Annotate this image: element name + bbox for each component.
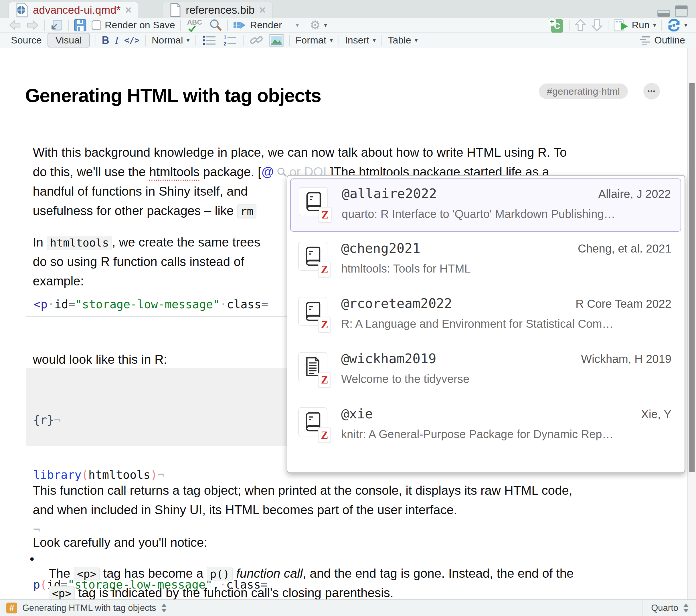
run-button[interactable]: Run ▾ (614, 19, 656, 31)
paragraph-style-select[interactable]: Normal ▾ (152, 35, 190, 46)
citation-completion-popup: Z @allaire2022 Allaire, J 2022 quarto: R… (287, 175, 685, 473)
vertical-scrollbar[interactable] (687, 48, 696, 599)
quarto-file-icon (16, 3, 28, 17)
open-in-new-window-icon[interactable] (50, 19, 63, 31)
close-icon[interactable]: × (259, 4, 266, 15)
save-icon[interactable] (74, 19, 86, 31)
page-title: Generating HTML with tag objects (25, 85, 321, 107)
render-button[interactable]: Render (233, 19, 282, 31)
image-icon[interactable] (269, 34, 284, 47)
divider (195, 35, 196, 46)
minimize-pane-icon[interactable] (657, 10, 670, 17)
close-icon[interactable]: × (125, 4, 131, 15)
citation-item-wickham2019[interactable]: Z @wickham2019 Wickham, H 2019 Welcome t… (290, 344, 681, 397)
render-dropdown-caret[interactable]: ▾ (296, 22, 299, 28)
settings-button[interactable]: ⚙ ▾ (310, 19, 327, 31)
more-options-button[interactable]: ••• (643, 83, 660, 99)
render-on-save-checkbox[interactable] (92, 20, 101, 30)
plus-icon: + (548, 17, 556, 26)
doc-type-menu[interactable]: Quarto (642, 600, 690, 616)
tab-advanced-ui-qmd[interactable]: advanced-ui.qmd* × (9, 2, 139, 18)
chunk-up-icon[interactable] (575, 19, 586, 32)
citation-title: quarto: R Interface to 'Quarto' Markdown… (342, 208, 672, 221)
section-hash-icon: # (6, 603, 17, 613)
citation-item-cheng2021[interactable]: Z @cheng2021 Cheng, et al. 2021 htmltool… (290, 234, 681, 287)
svg-text:1: 1 (223, 35, 226, 40)
outline-toggle[interactable]: Outline (639, 35, 685, 46)
citation-title: Welcome to the tidyverse (341, 373, 673, 386)
search-icon[interactable] (209, 19, 222, 32)
gear-icon: ⚙ (310, 19, 320, 31)
citation-key: @cheng2021 (341, 241, 421, 256)
bullet-list-icon[interactable] (202, 34, 217, 47)
citation-key: @xie (341, 406, 373, 422)
paragraph-line: usefulness for other packages – like rm (26, 189, 256, 218)
back-icon[interactable] (9, 20, 21, 31)
divider (338, 35, 339, 46)
divider (289, 35, 290, 46)
divider (44, 20, 45, 31)
citation-author: Xie, Y (641, 408, 671, 421)
divider (381, 35, 382, 46)
spellcheck-icon[interactable]: ABC (186, 18, 204, 32)
settings-dropdown-caret: ▾ (324, 22, 327, 28)
svg-text:2: 2 (223, 41, 226, 47)
rerun-button[interactable]: ▾ (667, 19, 687, 31)
citation-title: knitr: A General-Purpose Package for Dyn… (341, 428, 673, 441)
outline-icon (639, 35, 651, 46)
rstudio-source-pane: { "tabs": [ {"label": "advanced-ui.qmd*"… (0, 0, 696, 616)
scrollbar-thumb[interactable] (690, 83, 695, 472)
divider (569, 20, 570, 31)
insert-menu[interactable]: Insert ▾ (345, 35, 376, 46)
inline-code: <p> (49, 586, 75, 601)
citation-key: @allaire2022 (342, 186, 437, 201)
citation-item-xie[interactable]: Z @xie Xie, Y knitr: A General-Purpose P… (290, 399, 681, 452)
forward-icon[interactable] (26, 20, 39, 31)
visual-mode-button[interactable]: Visual (48, 33, 90, 47)
run-icon (614, 19, 629, 31)
insert-chunk-button[interactable]: C + (548, 17, 564, 33)
citation-item-rcoreteam2022[interactable]: Z @rcoreteam2022 R Core Team 2022 R: A L… (290, 289, 681, 342)
citation-item-allaire2022[interactable]: Z @allaire2022 Allaire, J 2022 quarto: R… (290, 178, 681, 232)
table-menu[interactable]: Table ▾ (388, 35, 417, 46)
list-item-line: <p> tag is indicated by the function cal… (42, 571, 394, 600)
status-bar: # Generating HTML with tag objects Quart… (0, 599, 696, 616)
tab-title: references.bib (186, 4, 255, 16)
format-toolbar: Source Visual B I </> Normal ▾ 1 2 Forma… (0, 33, 696, 48)
numbered-list-icon[interactable]: 1 2 (222, 34, 237, 47)
citation-key: @rcoreteam2022 (341, 296, 452, 311)
paragraph-line: example: (26, 260, 84, 288)
tab-references-bib[interactable]: references.bib × (162, 2, 273, 18)
divider (661, 20, 662, 31)
citation-search-icon (276, 167, 287, 178)
paragraph-line: and when included in Shiny UI, its HTML … (26, 488, 457, 517)
source-mode-button[interactable]: Source (11, 35, 42, 46)
citation-author: Allaire, J 2022 (598, 188, 671, 200)
zotero-badge: Z (318, 372, 331, 388)
link-icon[interactable] (249, 34, 264, 47)
chunk-down-icon[interactable] (591, 19, 603, 32)
code-button[interactable]: </> (124, 35, 140, 45)
bold-button[interactable]: B (102, 34, 109, 46)
section-jump-menu[interactable]: Generating HTML with tag objects (22, 603, 156, 613)
zotero-badge: Z (318, 317, 331, 332)
chevron-down-icon: ▾ (373, 37, 376, 44)
run-dropdown-caret: ▾ (653, 22, 656, 28)
divider (96, 35, 96, 46)
render-on-save-toggle[interactable]: Render on Save (92, 19, 175, 31)
chevron-down-icon: ▾ (415, 37, 418, 44)
divider (243, 35, 243, 46)
divider (227, 20, 228, 31)
citation-title: R: A Language and Environment for Statis… (341, 318, 673, 330)
citation-author: Wickham, H 2019 (581, 353, 671, 366)
format-menu[interactable]: Format ▾ (296, 35, 333, 46)
paragraph-line: Look carefully and you'll notice: (26, 521, 207, 550)
render-label: Render (250, 19, 282, 31)
rerun-dropdown-caret: ▾ (684, 22, 687, 28)
paragraph-line: would look like this in R: (26, 338, 167, 367)
inline-code: rm (237, 204, 257, 218)
chevron-down-icon: ▾ (330, 37, 333, 44)
section-anchor-badge: #generating-html (539, 83, 628, 99)
italic-button[interactable]: I (115, 34, 118, 46)
maximize-pane-icon[interactable] (675, 5, 688, 17)
